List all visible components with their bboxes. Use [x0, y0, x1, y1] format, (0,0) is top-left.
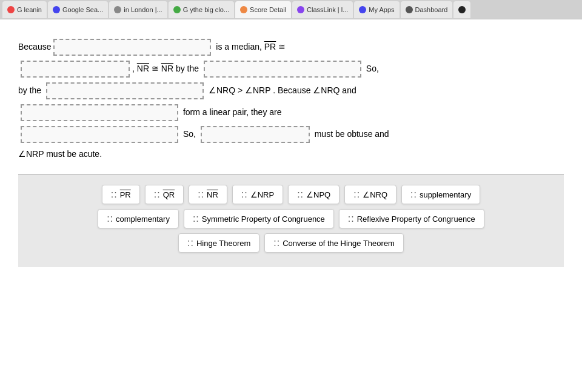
tile-dots-supplementary: ::	[410, 189, 417, 200]
because-text: Because	[18, 39, 51, 55]
tile-label-angle-npq: ∠NPQ	[306, 190, 330, 199]
tile-label-angle-nrq: ∠NRQ	[363, 190, 387, 199]
tile-label-nr: NR	[207, 190, 218, 199]
tab-icon-dashboard	[406, 6, 413, 13]
tile-label-converse-hinge: Converse of the Hinge Theorem	[283, 239, 395, 248]
proof-area: Because is a median, PR ≅ , NR ≅ NR by t…	[18, 38, 564, 162]
tab-icon-myapps	[359, 6, 366, 13]
tab-icon-extra	[458, 6, 466, 13]
tab-icon-london	[114, 6, 121, 13]
tile-pr[interactable]: :: PR	[102, 185, 140, 204]
tile-hinge-theorem[interactable]: :: Hinge Theorem	[178, 233, 259, 253]
because-text-2: . Because	[273, 83, 310, 98]
tile-angle-nrp[interactable]: :: ∠NRP	[232, 185, 283, 204]
tab-icon-score	[240, 6, 247, 13]
angle-comparison: ∠NRQ > ∠NRP	[206, 83, 273, 98]
tab-big-clo[interactable]: G ythe big clo...	[169, 1, 234, 18]
tile-label-reflexive: Reflexive Property of Congruence	[357, 214, 475, 224]
blank-angle-nrp[interactable]	[21, 104, 178, 121]
tile-label-symmetric: Symmetric Property of Congruence	[202, 214, 325, 224]
angle-nrq-ref: ∠NRQ	[310, 83, 342, 98]
and-text: and	[342, 83, 356, 98]
tab-icon-bigclo	[173, 6, 181, 13]
tile-dots-hinge: ::	[187, 238, 194, 248]
tab-label-bigclo: G ythe big clo...	[183, 6, 229, 13]
answer-tiles-area: :: PR :: QR :: NR :: ∠NRP :: ∠NPQ	[18, 174, 564, 267]
must-obtuse-text: must be obtuse and	[312, 127, 389, 142]
tab-icon-google	[53, 6, 60, 13]
tab-bar: G leanin Google Sea... in London |... G …	[0, 0, 582, 19]
tiles-row-1: :: PR :: QR :: NR :: ∠NRP :: ∠NPQ	[30, 185, 552, 204]
cong-symbol-2: ≅	[152, 61, 159, 76]
tab-google-sea[interactable]: Google Sea...	[48, 1, 108, 18]
tab-label-score: Score Detail	[250, 6, 286, 13]
tile-dots-angle-nrq: ::	[353, 189, 360, 200]
proof-line-6: ∠NRP must be acute.	[18, 147, 564, 162]
tab-dashboard[interactable]: Dashboard	[401, 1, 453, 18]
by-the-text-2: by the	[18, 83, 41, 98]
tab-label-london: in London |...	[124, 6, 162, 13]
form-linear-pair-text: form a linear pair, they are	[181, 105, 282, 120]
blank-line2-left[interactable]	[21, 61, 130, 78]
tab-classlink[interactable]: ClassLink | l...	[292, 1, 353, 18]
pr-overline: PR	[264, 39, 276, 55]
tab-extra[interactable]	[453, 1, 470, 18]
tile-dots-symmetric: ::	[193, 213, 199, 224]
proof-line-3: by the ∠NRQ > ∠NRP . Because ∠NRQ and	[18, 81, 564, 101]
tile-angle-npq[interactable]: :: ∠NPQ	[288, 185, 340, 204]
tile-dots-qr: ::	[154, 189, 161, 200]
tile-qr[interactable]: :: QR	[145, 185, 184, 204]
comma-dot: ,	[132, 61, 137, 76]
tile-complementary[interactable]: :: complementary	[98, 209, 179, 228]
tab-icon-leanin	[7, 6, 15, 13]
tile-symmetric-property[interactable]: :: Symmetric Property of Congruence	[184, 209, 334, 228]
tile-label-supplementary: supplementary	[420, 190, 471, 199]
tile-label-hinge: Hinge Theorem	[196, 239, 250, 248]
tab-myapps[interactable]: My Apps	[354, 1, 399, 18]
tile-converse-hinge[interactable]: :: Converse of the Hinge Theorem	[264, 233, 404, 253]
blank-because-median[interactable]	[53, 39, 211, 56]
tile-dots-converse-hinge: ::	[273, 238, 280, 248]
tiles-row-3: :: Hinge Theorem :: Converse of the Hing…	[30, 233, 552, 253]
tab-label-myapps: My Apps	[369, 6, 394, 13]
so-text-2: So,	[181, 127, 198, 142]
blank-supplementary[interactable]	[21, 126, 178, 143]
tile-nr[interactable]: :: NR	[189, 185, 227, 204]
tile-angle-nrq[interactable]: :: ∠NRQ	[344, 185, 396, 204]
main-content: Because is a median, PR ≅ , NR ≅ NR by t…	[0, 19, 582, 392]
blank-hinge-theorem[interactable]	[46, 82, 204, 99]
tab-label-leanin: G leanin	[17, 6, 42, 13]
tile-dots-angle-npq: ::	[297, 189, 304, 200]
tile-dots-reflexive: ::	[348, 213, 355, 224]
tab-label-dashboard: Dashboard	[415, 6, 448, 13]
tab-icon-classlink	[297, 6, 304, 13]
tile-supplementary[interactable]: :: supplementary	[401, 185, 480, 204]
cong-symbol-1: ≅	[278, 39, 286, 55]
proof-line-1: Because is a median, PR ≅	[18, 38, 564, 57]
blank-reflexive-prop[interactable]	[204, 61, 361, 78]
nr-text-1: NR	[137, 61, 149, 76]
tab-label-classlink: ClassLink | l...	[307, 6, 348, 13]
tab-london[interactable]: in London |...	[109, 1, 167, 18]
proof-line-5: So, must be obtuse and	[18, 125, 564, 144]
by-the-text-1: by the	[176, 61, 199, 76]
tab-leanin[interactable]: G leanin	[2, 1, 47, 18]
nr-text-2: NR	[161, 61, 173, 76]
tile-reflexive-property[interactable]: :: Reflexive Property of Congruence	[339, 209, 484, 228]
tile-dots-pr: ::	[111, 189, 118, 200]
tile-dots-angle-nrp: ::	[241, 189, 248, 200]
tile-dots-complementary: ::	[107, 213, 113, 224]
so-text-1: So,	[366, 61, 379, 76]
tile-label-qr: QR	[163, 190, 175, 199]
tiles-row-2: :: complementary :: Symmetric Property o…	[30, 209, 552, 228]
tab-label-google: Google Sea...	[62, 6, 103, 13]
proof-line-2: , NR ≅ NR by the So,	[18, 59, 564, 79]
tile-dots-nr: ::	[198, 189, 204, 200]
is-median-text: is a median,	[213, 39, 264, 55]
angle-nrp-acute: ∠NRP must be acute.	[18, 147, 102, 162]
tile-label-complementary: complementary	[116, 214, 170, 224]
tile-label-pr: PR	[120, 190, 131, 199]
blank-obtuse-angle[interactable]	[201, 126, 310, 143]
tile-label-angle-nrp: ∠NRP	[250, 190, 274, 199]
tab-score-detail[interactable]: Score Detail	[235, 1, 291, 18]
